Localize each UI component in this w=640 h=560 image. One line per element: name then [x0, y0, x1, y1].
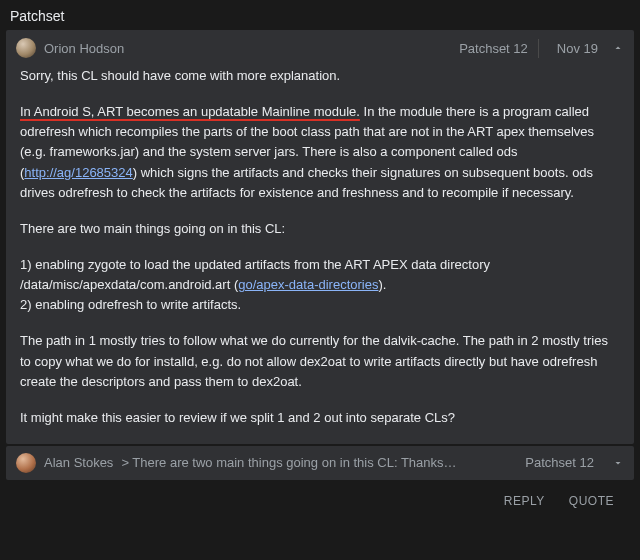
comment-paragraph: 1) enabling zygote to load the updated a…	[20, 255, 620, 315]
comment-paragraph: Sorry, this CL should have come with mor…	[20, 66, 620, 86]
reply-author: Alan Stokes	[44, 455, 113, 470]
comment-body: Sorry, this CL should have come with mor…	[6, 64, 634, 444]
reply-button[interactable]: REPLY	[494, 488, 555, 514]
chevron-down-icon[interactable]	[608, 455, 624, 471]
comment-paragraph: In Android S, ART becomes an updatable M…	[20, 102, 620, 203]
chevron-up-icon[interactable]	[608, 40, 624, 56]
comment-card: Orion Hodson Patchset 12 Nov 19 Sorry, t…	[6, 30, 634, 444]
patchset-badge: Patchset 12	[519, 455, 600, 470]
comment-paragraph: The path in 1 mostly tries to follow wha…	[20, 331, 620, 391]
comment-header[interactable]: Orion Hodson Patchset 12 Nov 19	[6, 30, 634, 64]
comment-date: Nov 19	[547, 39, 600, 58]
section-title: Patchset	[0, 0, 640, 30]
reply-summary: > There are two main things going on in …	[121, 455, 511, 470]
reply-collapsed[interactable]: Alan Stokes > There are two main things …	[6, 446, 634, 480]
link-ag[interactable]: http://ag/12685324	[24, 165, 132, 180]
comment-author: Orion Hodson	[44, 41, 124, 56]
highlighted-text: In Android S, ART becomes an updatable M…	[20, 104, 360, 119]
quote-button[interactable]: QUOTE	[559, 488, 624, 514]
link-go[interactable]: go/apex-data-directories	[238, 277, 378, 292]
comment-actions: REPLY QUOTE	[6, 482, 634, 522]
comment-paragraph: It might make this easier to review if w…	[20, 408, 620, 428]
avatar	[16, 453, 36, 473]
patchset-badge[interactable]: Patchset 12	[449, 39, 539, 58]
comment-paragraph: There are two main things going on in th…	[20, 219, 620, 239]
avatar	[16, 38, 36, 58]
